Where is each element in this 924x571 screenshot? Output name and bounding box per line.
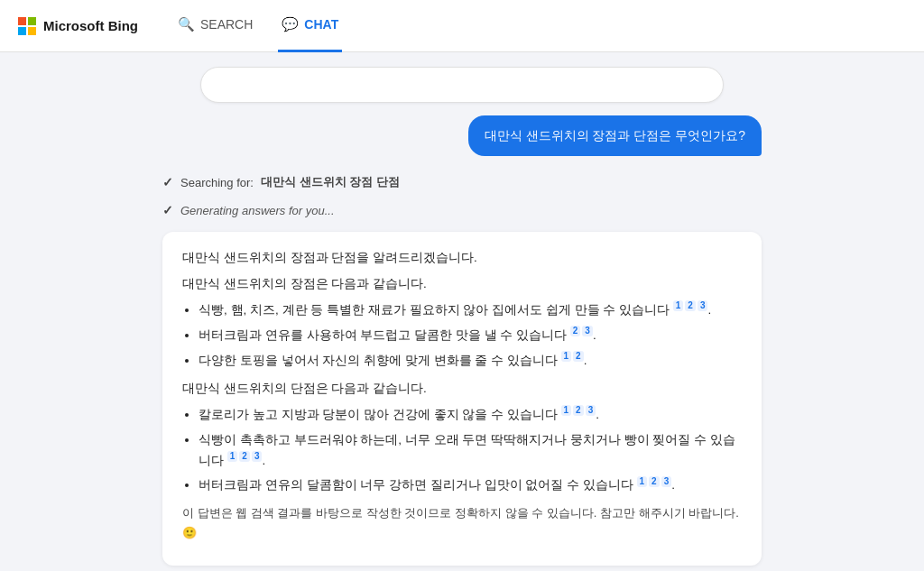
nav-search[interactable]: 🔍 SEARCH bbox=[174, 0, 256, 52]
answer-cons-intro: 대만식 샌드위치의 단점은 다음과 같습니다. bbox=[182, 379, 742, 400]
ref-badge: 2 bbox=[239, 451, 250, 462]
con-refs-2: 1 2 3 bbox=[227, 451, 263, 462]
status-searching: ✓ Searching for: 대만식 샌드위치 장점 단점 bbox=[162, 174, 762, 190]
nav-search-label: SEARCH bbox=[200, 17, 253, 32]
con-text-3: 버터크림과 연유의 달콤함이 너무 강하면 질리거나 입맛이 없어질 수 있습니… bbox=[199, 478, 633, 492]
ref-badge: 1 bbox=[561, 351, 572, 362]
generating-text: Generating answers for you... bbox=[180, 204, 335, 217]
nav-chat[interactable]: 💬 CHAT bbox=[278, 0, 342, 52]
ref-badge: 1 bbox=[227, 451, 238, 462]
ref-badge: 3 bbox=[698, 300, 708, 311]
pro-text-2: 버터크림과 연유를 사용하여 부드럽고 달콤한 맛을 낼 수 있습니다 bbox=[199, 328, 567, 342]
nav-chat-label: CHAT bbox=[304, 17, 338, 32]
microsoft-logo-icon bbox=[18, 17, 36, 35]
ref-badge: 1 bbox=[637, 476, 648, 487]
ref-badge: 3 bbox=[661, 476, 672, 487]
con-refs-3: 1 2 3 bbox=[637, 476, 672, 487]
ref-badge: 1 bbox=[673, 300, 684, 311]
ref-badge: 3 bbox=[252, 451, 263, 462]
status-generating: ✓ Generating answers for you... bbox=[162, 203, 762, 217]
pro-refs-1: 1 2 3 bbox=[673, 300, 708, 311]
user-message-row: 대만식 샌드위치의 장점과 단점은 무엇인가요? bbox=[162, 115, 762, 156]
con-text-1: 칼로리가 높고 지방과 당분이 많아 건강에 좋지 않을 수 있습니다 bbox=[199, 408, 558, 421]
chat-icon: 💬 bbox=[282, 16, 299, 32]
logo-area: Microsoft Bing bbox=[18, 17, 138, 35]
check-icon-1: ✓ bbox=[162, 175, 173, 189]
user-bubble: 대만식 샌드위치의 장점과 단점은 무엇인가요? bbox=[468, 115, 762, 156]
ref-badge: 3 bbox=[586, 405, 596, 416]
ref-badge: 2 bbox=[573, 405, 584, 416]
list-item: 식빵이 촉촉하고 부드러워야 하는데, 너무 오래 두면 딱딱해지거나 뭉치거나… bbox=[199, 430, 742, 472]
logo-text: Microsoft Bing bbox=[43, 18, 138, 33]
list-item: 다양한 토핑을 넣어서 자신의 취향에 맞게 변화를 줄 수 있습니다 1 2 … bbox=[199, 351, 742, 372]
answer-intro1: 대만식 샌드위치의 장점과 단점을 알려드리겠습니다. bbox=[182, 248, 742, 269]
pro-refs-2: 2 3 bbox=[570, 326, 593, 336]
search-bar-row bbox=[162, 67, 762, 103]
ref-badge: 1 bbox=[561, 405, 572, 416]
con-refs-1: 1 2 3 bbox=[561, 405, 596, 416]
answer-pros-list: 식빵, 햄, 치즈, 계란 등 특별한 재료가 필요하지 않아 집에서도 쉽게 … bbox=[199, 300, 742, 372]
header: Microsoft Bing 🔍 SEARCH 💬 CHAT bbox=[0, 0, 924, 52]
con-text-2: 식빵이 촉촉하고 부드러워야 하는데, 너무 오래 두면 딱딱해지거나 뭉치거나… bbox=[199, 433, 735, 467]
ref-badge: 2 bbox=[573, 351, 584, 362]
list-item: 버터크림과 연유의 달콤함이 너무 강하면 질리거나 입맛이 없어질 수 있습니… bbox=[199, 475, 742, 496]
searching-prefix: Searching for: bbox=[180, 176, 254, 189]
list-item: 칼로리가 높고 지방과 당분이 많아 건강에 좋지 않을 수 있습니다 1 2 … bbox=[199, 405, 742, 426]
ref-badge: 3 bbox=[582, 326, 593, 336]
pro-text-1: 식빵, 햄, 치즈, 계란 등 특별한 재료가 필요하지 않아 집에서도 쉽게 … bbox=[199, 303, 670, 317]
search-icon: 🔍 bbox=[178, 16, 195, 32]
list-item: 식빵, 햄, 치즈, 계란 등 특별한 재료가 필요하지 않아 집에서도 쉽게 … bbox=[199, 300, 742, 321]
disclaimer-text: 이 답변은 웹 검색 결과를 바탕으로 작성한 것이므로 정확하지 않을 수 있… bbox=[182, 503, 742, 543]
answer-pros-intro: 대만식 샌드위치의 장점은 다음과 같습니다. bbox=[182, 274, 742, 295]
main-content: 대만식 샌드위치의 장점과 단점은 무엇인가요? ✓ Searching for… bbox=[0, 52, 924, 571]
ref-badge: 2 bbox=[685, 300, 696, 311]
user-message-text: 대만식 샌드위치의 장점과 단점은 무엇인가요? bbox=[485, 128, 745, 143]
ref-badge: 2 bbox=[649, 476, 660, 487]
search-bar[interactable] bbox=[200, 67, 724, 103]
answer-cons-list: 칼로리가 높고 지방과 당분이 많아 건강에 좋지 않을 수 있습니다 1 2 … bbox=[199, 405, 742, 497]
ref-badge: 2 bbox=[570, 326, 581, 336]
pro-text-3: 다양한 토핑을 넣어서 자신의 취향에 맞게 변화를 줄 수 있습니다 bbox=[199, 354, 558, 367]
answer-card: 대만식 샌드위치의 장점과 단점을 알려드리겠습니다. 대만식 샌드위치의 장점… bbox=[162, 232, 762, 566]
list-item: 버터크림과 연유를 사용하여 부드럽고 달콤한 맛을 낼 수 있습니다 2 3 … bbox=[199, 326, 742, 346]
check-icon-2: ✓ bbox=[162, 203, 173, 217]
pro-refs-3: 1 2 bbox=[561, 351, 584, 362]
searching-keywords: 대만식 샌드위치 장점 단점 bbox=[261, 174, 400, 190]
